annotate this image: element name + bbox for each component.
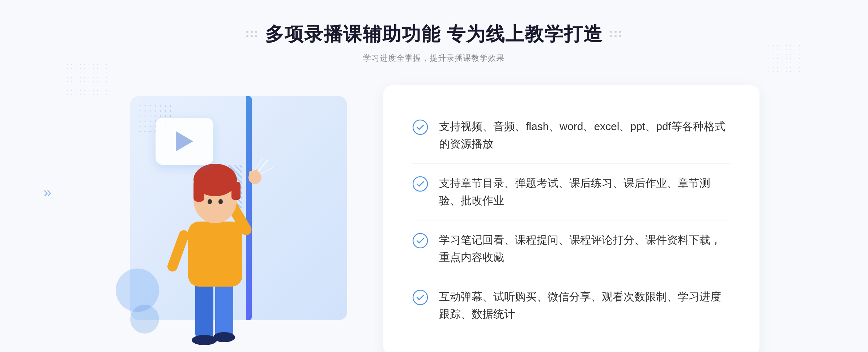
decorator-left — [246, 31, 258, 38]
svg-rect-10 — [231, 182, 241, 200]
features-panel: 支持视频、音频、flash、word、excel、ppt、pdf等各种格式的资源… — [383, 85, 760, 352]
feature-text-2: 支持章节目录、弹题考试、课后练习、课后作业、章节测验、批改作业 — [439, 175, 731, 209]
feature-item-4: 互动弹幕、试听购买、微信分享、观看次数限制、学习进度跟踪、数据统计 — [412, 277, 731, 334]
content-area: 支持视频、音频、flash、word、excel、ppt、pdf等各种格式的资源… — [109, 85, 760, 352]
svg-rect-9 — [193, 180, 204, 202]
illustration-panel — [109, 85, 383, 352]
svg-point-21 — [413, 233, 427, 248]
chevron-left-icon[interactable]: » — [43, 184, 51, 200]
feature-item-2: 支持章节目录、弹题考试、课后练习、课后作业、章节测验、批改作业 — [412, 164, 731, 220]
svg-point-19 — [413, 120, 427, 134]
svg-rect-15 — [254, 169, 258, 179]
play-icon — [176, 131, 193, 151]
svg-point-22 — [413, 290, 427, 305]
decorator-right — [610, 31, 622, 38]
play-button-bubble[interactable] — [156, 118, 213, 165]
feature-text-3: 学习笔记回看、课程提问、课程评论打分、课件资料下载，重点内容收藏 — [439, 231, 731, 266]
check-circle-icon-1 — [412, 119, 428, 135]
feature-item-3: 学习笔记回看、课程提问、课程评论打分、课件资料下载，重点内容收藏 — [412, 220, 731, 277]
dots-decoration-left — [65, 58, 109, 101]
svg-rect-14 — [249, 171, 253, 182]
svg-point-11 — [208, 199, 212, 204]
svg-point-12 — [218, 199, 223, 204]
feature-text-4: 互动弹幕、试听购买、微信分享、观看次数限制、学习进度跟踪、数据统计 — [439, 288, 731, 323]
title-row: 多项录播课辅助功能 专为线上教学打造 — [246, 22, 622, 47]
dots-decoration-right — [767, 43, 803, 80]
feature-item-1: 支持视频、音频、flash、word、excel、ppt、pdf等各种格式的资源… — [412, 107, 731, 164]
check-circle-icon-3 — [412, 233, 428, 249]
svg-point-20 — [413, 177, 427, 191]
check-circle-icon-2 — [412, 176, 428, 192]
check-circle-icon-4 — [412, 289, 428, 305]
header-section: 多项录播课辅助功能 专为线上教学打造 学习进度全掌握，提升录播课教学效果 — [246, 22, 622, 64]
feature-text-1: 支持视频、音频、flash、word、excel、ppt、pdf等各种格式的资源… — [439, 118, 731, 153]
svg-rect-6 — [166, 229, 190, 273]
svg-rect-4 — [188, 222, 242, 287]
page-subtitle: 学习进度全掌握，提升录播课教学效果 — [246, 53, 622, 64]
svg-line-17 — [261, 167, 273, 174]
page-container: » 多项录播课辅助功能 专为线上教学打造 学习进度全掌握，提升录播课教学效果 — [0, 0, 868, 352]
svg-point-3 — [213, 332, 235, 342]
svg-point-2 — [192, 335, 217, 345]
page-title: 多项录播课辅助功能 专为线上教学打造 — [265, 22, 603, 47]
